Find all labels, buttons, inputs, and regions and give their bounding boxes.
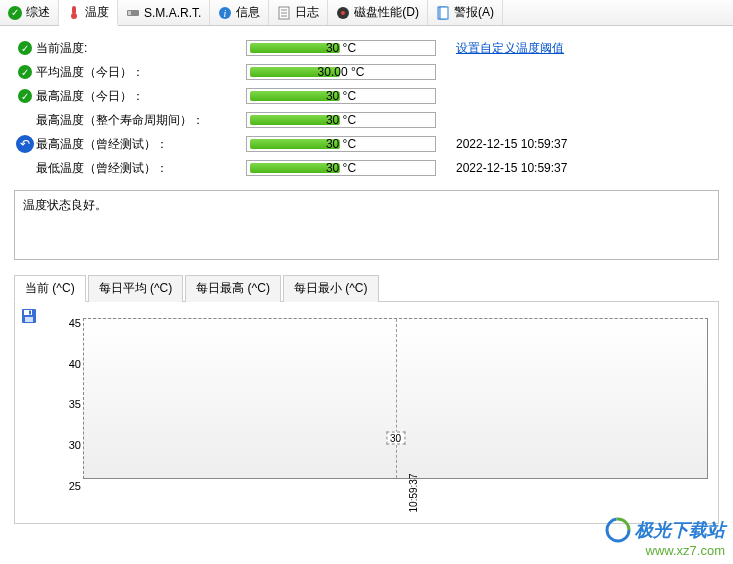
check-icon: ✓ (8, 6, 22, 20)
watermark-site: www.xz7.com (605, 543, 725, 558)
chart-ytick: 40 (69, 358, 81, 370)
reading-row: ✓最高温度（今日）：30 °C (14, 84, 719, 108)
reading-row: ✓当前温度:30 °C设置自定义温度阈值 (14, 36, 719, 60)
chart-data-point: 30 (386, 432, 405, 445)
disk-icon (336, 6, 350, 20)
svg-rect-16 (25, 317, 33, 322)
temperature-bar: 30 °C (246, 88, 436, 104)
sub-tab-2[interactable]: 每日最高 (^C) (185, 275, 281, 302)
reading-row: ✓平均温度（今日）：30.00 °C (14, 60, 719, 84)
tab-log[interactable]: 日志 (269, 0, 328, 25)
reading-label: 最高温度（整个寿命周期间）： (36, 112, 246, 129)
info-icon: i (218, 6, 232, 20)
temperature-panel: ✓当前温度:30 °C设置自定义温度阈值✓平均温度（今日）：30.00 °C✓最… (0, 26, 733, 534)
svg-text:i: i (224, 8, 227, 19)
chart-sub-tabs: 当前 (^C)每日平均 (^C)每日最高 (^C)每日最小 (^C) (14, 274, 719, 302)
tab-label: 综述 (26, 4, 50, 21)
ok-icon: ✓ (18, 89, 32, 103)
save-icon[interactable] (21, 308, 37, 327)
set-threshold-link[interactable]: 设置自定义温度阈值 (456, 40, 564, 57)
ok-icon: ✓ (18, 65, 32, 79)
chart-ytick: 35 (69, 398, 81, 410)
temperature-value: 30.00 °C (247, 65, 435, 79)
tab-label: 信息 (236, 4, 260, 21)
sub-tab-3[interactable]: 每日最小 (^C) (283, 275, 379, 302)
chart-xtick: 10:59:37 (408, 474, 419, 513)
temperature-bar: 30 °C (246, 40, 436, 56)
tab-thermo[interactable]: 温度 (59, 0, 118, 26)
smart-icon (126, 6, 140, 20)
temperature-bar: 30 °C (246, 160, 436, 176)
thermo-icon (67, 5, 81, 19)
log-icon (277, 6, 291, 20)
reading-label: 当前温度: (36, 40, 246, 57)
tab-disk[interactable]: 磁盘性能(D) (328, 0, 428, 25)
tab-label: S.M.A.R.T. (144, 6, 201, 20)
chart-plot-area: 30 (83, 318, 708, 479)
status-message-box: 温度状态良好。 (14, 190, 719, 260)
sub-tab-0[interactable]: 当前 (^C) (14, 275, 86, 302)
svg-rect-17 (29, 311, 31, 315)
back-icon[interactable]: ↶ (16, 135, 34, 153)
ok-icon: ✓ (18, 41, 32, 55)
chart-ytick: 30 (69, 439, 81, 451)
tab-smart[interactable]: S.M.A.R.T. (118, 0, 210, 25)
status-text: 温度状态良好。 (23, 198, 107, 212)
tab-label: 磁盘性能(D) (354, 4, 419, 21)
watermark-brand: 极光下载站 (635, 518, 725, 542)
sub-tab-1[interactable]: 每日平均 (^C) (88, 275, 184, 302)
chart-ytick: 25 (69, 480, 81, 492)
svg-rect-0 (72, 6, 76, 14)
tab-label: 日志 (295, 4, 319, 21)
temperature-bar: 30 °C (246, 112, 436, 128)
reading-timestamp: 2022-12-15 10:59:37 (456, 137, 567, 151)
reading-row: 最高温度（整个寿命周期间）：30 °C (14, 108, 719, 132)
temperature-value: 30 °C (247, 89, 435, 103)
reading-row: ↶最高温度（曾经测试）：30 °C2022-12-15 10:59:37 (14, 132, 719, 156)
temperature-value: 30 °C (247, 161, 435, 175)
reading-label: 最高温度（今日）： (36, 88, 246, 105)
tab-info[interactable]: i信息 (210, 0, 269, 25)
reading-label: 最高温度（曾经测试）： (36, 136, 246, 153)
tab-label: 警报(A) (454, 4, 494, 21)
temperature-bar: 30.00 °C (246, 64, 436, 80)
watermark-logo-icon (605, 517, 631, 543)
temperature-chart: 30253035404510:59:37 (59, 312, 708, 493)
reading-label: 平均温度（今日）： (36, 64, 246, 81)
svg-rect-13 (440, 7, 448, 19)
alert-icon (436, 6, 450, 20)
svg-point-1 (71, 13, 77, 19)
temperature-value: 30 °C (247, 137, 435, 151)
tab-label: 温度 (85, 4, 109, 21)
reading-label: 最低温度（曾经测试）： (36, 160, 246, 177)
chart-area: 30253035404510:59:37 (14, 302, 719, 524)
chart-gridline (396, 319, 397, 478)
temperature-value: 30 °C (247, 113, 435, 127)
temperature-value: 30 °C (247, 41, 435, 55)
svg-point-11 (341, 11, 345, 15)
svg-rect-3 (128, 11, 131, 15)
temperature-bar: 30 °C (246, 136, 436, 152)
chart-ytick: 45 (69, 317, 81, 329)
reading-timestamp: 2022-12-15 10:59:37 (456, 161, 567, 175)
tab-check[interactable]: ✓综述 (0, 0, 59, 25)
main-tabs: ✓综述温度S.M.A.R.T.i信息日志磁盘性能(D)警报(A) (0, 0, 733, 26)
tab-alert[interactable]: 警报(A) (428, 0, 503, 25)
reading-row: 最低温度（曾经测试）：30 °C2022-12-15 10:59:37 (14, 156, 719, 180)
watermark: 极光下载站 www.xz7.com (605, 517, 725, 558)
